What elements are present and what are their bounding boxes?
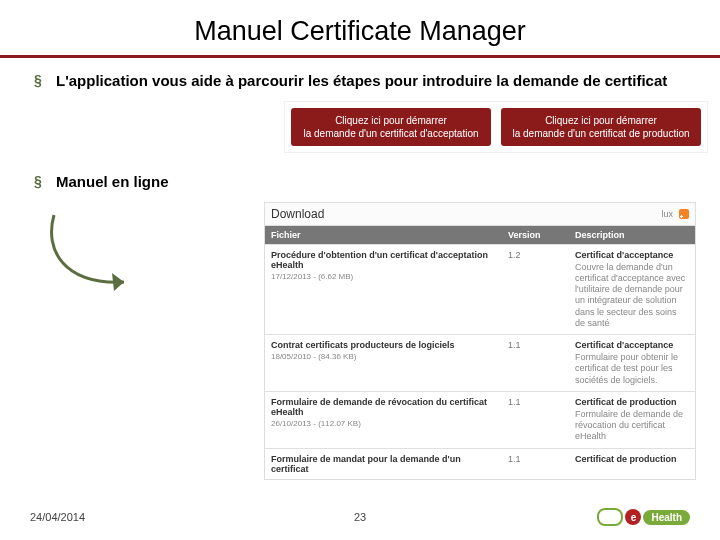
bullet-1-text: L'application vous aide à parcourir les … xyxy=(56,72,667,91)
desc-body: Couvre la demande d'un certificat d'acce… xyxy=(575,262,689,330)
bullet-2: § Manuel en ligne xyxy=(34,173,696,192)
file-meta: 17/12/2013 - (6.62 MB) xyxy=(271,272,496,281)
cta-screenshot: Cliquez ici pour démarrer la demande d'u… xyxy=(284,101,708,153)
bullet-symbol: § xyxy=(34,72,56,91)
cta-left-line2: la demande d'un certificat d'acceptation xyxy=(303,128,478,139)
logo-oval-icon xyxy=(597,508,623,526)
cta-left-line1: Cliquez ici pour démarrer xyxy=(335,115,447,126)
desc-body: Formulaire pour obtenir le certificat de… xyxy=(575,352,689,386)
table-row: Formulaire de mandat pour la demande d'u… xyxy=(265,448,695,479)
rss-icon[interactable] xyxy=(679,209,689,219)
file-meta: 18/05/2010 - (84.36 KB) xyxy=(271,352,496,361)
page-number: 23 xyxy=(354,511,366,523)
arrow-annotation xyxy=(34,210,144,290)
header-version: Version xyxy=(502,226,569,244)
file-version: 1.1 xyxy=(502,392,569,448)
desc-title: Certificat d'acceptance xyxy=(575,250,689,260)
language-label: lux xyxy=(661,209,673,219)
file-version: 1.1 xyxy=(502,335,569,391)
file-version: 1.2 xyxy=(502,245,569,335)
bullet-symbol: § xyxy=(34,173,56,192)
cta-right-line1: Cliquez ici pour démarrer xyxy=(545,115,657,126)
header-desc: Description xyxy=(569,226,695,244)
download-tab[interactable]: Download xyxy=(271,207,324,221)
slide-title: Manuel Certificate Manager xyxy=(0,0,720,55)
desc-title: Certificat de production xyxy=(575,397,689,407)
logo-health-text: Health xyxy=(643,510,690,525)
desc-title: Certificat de production xyxy=(575,454,689,464)
file-title[interactable]: Formulaire de mandat pour la demande d'u… xyxy=(271,454,496,474)
download-tab-bar: Download lux xyxy=(265,203,695,226)
download-table: Download lux Fichier Version Description… xyxy=(264,202,696,480)
table-row: Procédure d'obtention d'un certificat d'… xyxy=(265,244,695,335)
logo-e-icon: e xyxy=(625,509,641,525)
file-title[interactable]: Formulaire de demande de révocation du c… xyxy=(271,397,496,417)
bullet-2-text: Manuel en ligne xyxy=(56,173,169,192)
slide-footer: 24/04/2014 23 e Health xyxy=(0,508,720,526)
cta-button-acceptation[interactable]: Cliquez ici pour démarrer la demande d'u… xyxy=(291,108,491,146)
file-title[interactable]: Procédure d'obtention d'un certificat d'… xyxy=(271,250,496,270)
desc-body: Formulaire de demande de révocation du c… xyxy=(575,409,689,443)
desc-title: Certificat d'acceptance xyxy=(575,340,689,350)
cta-button-production[interactable]: Cliquez ici pour démarrer la demande d'u… xyxy=(501,108,701,146)
header-file: Fichier xyxy=(265,226,502,244)
file-meta: 26/10/2013 - (112.07 KB) xyxy=(271,419,496,428)
table-row: Contrat certificats producteurs de logic… xyxy=(265,334,695,391)
file-version: 1.1 xyxy=(502,449,569,479)
ehealth-logo: e Health xyxy=(597,508,690,526)
footer-date: 24/04/2014 xyxy=(30,511,85,523)
bullet-1: § L'application vous aide à parcourir le… xyxy=(34,72,696,91)
file-title[interactable]: Contrat certificats producteurs de logic… xyxy=(271,340,496,350)
title-underline xyxy=(0,55,720,58)
cta-right-line2: la demande d'un certificat de production xyxy=(512,128,689,139)
table-row: Formulaire de demande de révocation du c… xyxy=(265,391,695,448)
table-header: Fichier Version Description xyxy=(265,226,695,244)
